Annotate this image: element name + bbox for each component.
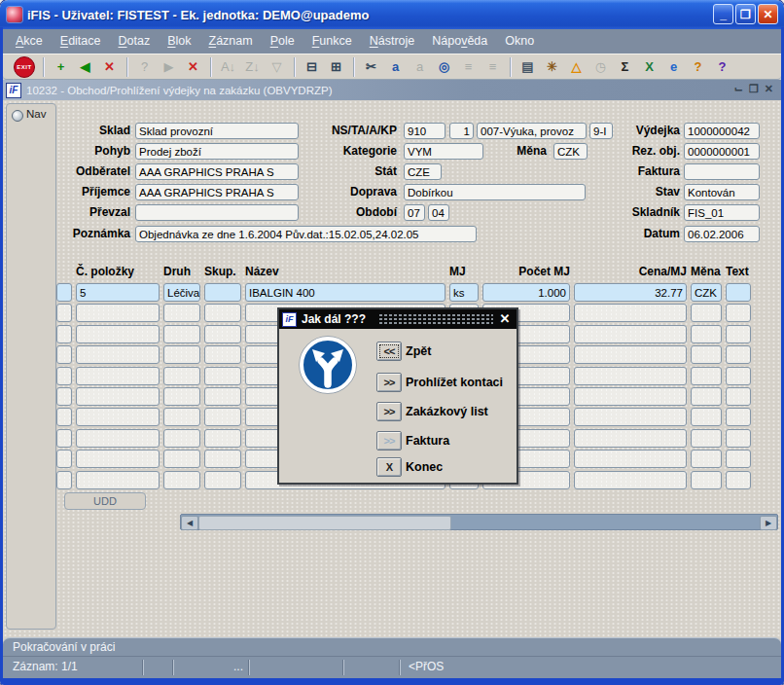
scroll-right-icon[interactable]: ▶ (760, 516, 777, 530)
cell-mena[interactable] (691, 345, 722, 364)
cell-skup[interactable] (204, 283, 241, 302)
poznamka-field[interactable]: Objednávka ze dne 1.6.2004 Pův.dat.:15.0… (135, 226, 477, 242)
dialog-button-zpet[interactable]: << (376, 342, 402, 361)
cell-druh[interactable] (163, 429, 200, 448)
doprava-field[interactable]: Dobírkou (404, 184, 586, 200)
cell-skup[interactable] (204, 471, 241, 489)
duplicate-record-icon[interactable]: ◀ (74, 56, 96, 77)
cell-text[interactable] (726, 325, 751, 343)
help-wizard-icon[interactable]: ? (687, 56, 709, 77)
horizontal-scrollbar[interactable]: ◀ ▶ (180, 514, 778, 530)
exit-icon[interactable]: EXIT (12, 56, 37, 78)
sklad-field[interactable]: Sklad provozní (135, 123, 299, 139)
cell-text[interactable] (726, 345, 751, 364)
cell-cena[interactable] (574, 387, 687, 406)
menu-akce[interactable]: Akce (7, 29, 52, 54)
obdobi-mesic-field[interactable]: 07 (404, 204, 425, 221)
menu-editace[interactable]: Editace (52, 29, 110, 54)
row-selector[interactable] (56, 304, 72, 322)
card-detail-icon[interactable]: ▤ (517, 56, 539, 77)
cell-polozka[interactable] (76, 429, 160, 448)
cell-cena[interactable] (574, 367, 687, 385)
rezobj-field[interactable]: 0000000001 (684, 143, 760, 160)
cell-druh[interactable] (163, 450, 200, 468)
cell-text[interactable] (726, 367, 751, 385)
cell-mena[interactable] (691, 450, 722, 468)
dialog-button-konec[interactable]: X (376, 457, 402, 477)
cell-cena[interactable] (574, 408, 687, 426)
minimize-button[interactable]: _ (713, 4, 733, 24)
cell-druh[interactable]: Léčiva (163, 283, 200, 302)
cell-text[interactable] (726, 304, 751, 322)
cell-druh[interactable] (163, 387, 200, 406)
cell-cena[interactable] (574, 345, 687, 364)
mdi-close-icon[interactable]: ✕ (765, 83, 773, 95)
menu-zaznam[interactable]: Záznam (200, 29, 262, 54)
dialog-button-faktura[interactable]: >> (376, 431, 402, 451)
cell-skup[interactable] (204, 367, 241, 385)
cell-pocet[interactable]: 1.000 (482, 283, 570, 302)
cell-polozka[interactable] (76, 408, 160, 426)
cell-mena[interactable] (691, 471, 722, 489)
cell-cena[interactable] (574, 304, 687, 322)
row-selector[interactable] (56, 345, 72, 364)
menu-nastroje[interactable]: Nástroje (361, 29, 424, 54)
ta-field[interactable]: 1 (449, 123, 474, 139)
menu-funkce[interactable]: Funkce (303, 29, 361, 54)
menu-okno[interactable]: Okno (496, 29, 543, 54)
kategorie-field[interactable]: VYM (404, 143, 483, 160)
print-icon[interactable]: ⊟ (301, 56, 323, 77)
akce-field[interactable]: 007-Výuka, provoz (477, 123, 587, 139)
mdi-maximize-icon[interactable]: ❐ (749, 83, 759, 95)
cell-druh[interactable] (163, 304, 200, 322)
cell-polozka[interactable] (76, 450, 160, 468)
menu-pole[interactable]: Pole (262, 29, 303, 54)
scroll-left-icon[interactable]: ◀ (181, 516, 198, 530)
cell-mena[interactable] (691, 304, 722, 322)
cell-text[interactable] (726, 408, 751, 426)
menu-napoveda[interactable]: Nápověda (423, 29, 496, 54)
cell-nazev[interactable]: IBALGIN 400 (245, 283, 445, 302)
navigator-icon[interactable]: ✳ (541, 56, 563, 77)
vydejka-field[interactable]: 1000000042 (684, 123, 760, 139)
cell-mena[interactable] (691, 367, 722, 385)
faktura-field[interactable] (684, 163, 760, 180)
cell-skup[interactable] (204, 325, 241, 343)
cell-druh[interactable] (163, 345, 200, 364)
cell-cena[interactable] (574, 450, 687, 468)
row-selector[interactable] (56, 283, 72, 302)
mdi-restore-icon[interactable]: ⌙ (734, 83, 743, 95)
cell-druh[interactable] (163, 471, 200, 489)
row-selector[interactable] (56, 325, 72, 343)
row-selector[interactable] (56, 387, 72, 406)
find-icon[interactable]: ◎ (433, 56, 455, 77)
cell-cena[interactable]: 32.77 (574, 283, 687, 302)
cell-druh[interactable] (163, 367, 200, 385)
menu-blok[interactable]: Blok (159, 29, 199, 54)
cell-text[interactable] (726, 450, 751, 468)
cell-mena[interactable] (691, 429, 722, 448)
tree-view-icon[interactable]: ≡ (481, 56, 504, 77)
clock-icon[interactable]: ◷ (589, 56, 612, 77)
cell-cena[interactable] (574, 471, 687, 489)
preview-icon[interactable]: △ (565, 56, 588, 77)
ns-field[interactable]: 910 (404, 123, 445, 139)
cancel-query-icon[interactable]: ✕ (182, 56, 204, 77)
row-selector[interactable] (56, 408, 72, 426)
cell-polozka[interactable] (76, 345, 160, 364)
udd-button[interactable]: UDD (64, 492, 146, 510)
copy-value-icon[interactable]: a (384, 56, 407, 77)
cell-cena[interactable] (574, 325, 687, 343)
cell-skup[interactable] (204, 429, 241, 448)
scrollbar-thumb[interactable] (198, 516, 451, 530)
pohyb-field[interactable]: Prodej zboží (135, 143, 299, 160)
cell-polozka[interactable] (76, 367, 160, 385)
cell-polozka[interactable]: 5 (76, 283, 160, 302)
filter-icon[interactable]: ▽ (266, 56, 288, 77)
cell-text[interactable] (726, 387, 751, 406)
skladnik-field[interactable]: FIS_01 (684, 204, 760, 221)
cell-text[interactable] (726, 471, 751, 489)
nav-radio-icon[interactable] (12, 110, 23, 122)
cell-mena[interactable] (691, 325, 722, 343)
cell-druh[interactable] (163, 408, 200, 426)
